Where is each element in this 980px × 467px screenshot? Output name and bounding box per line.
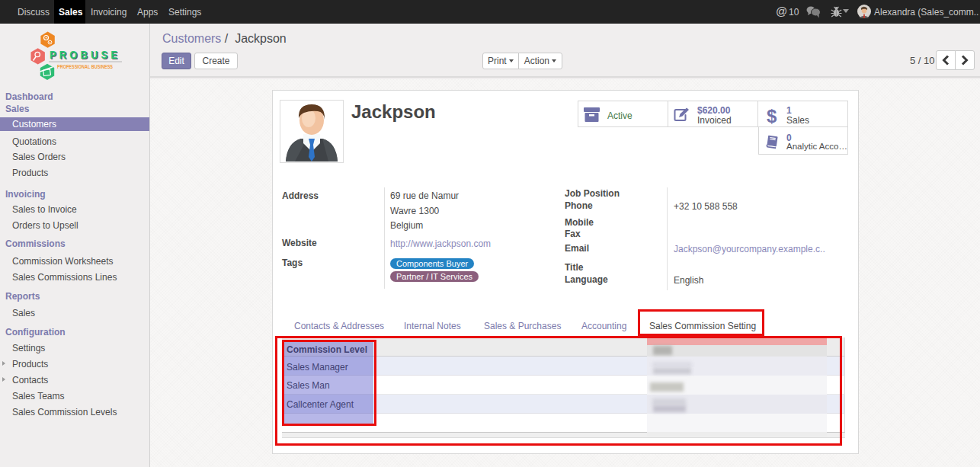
- svg-text:PROBUSE: PROBUSE: [50, 49, 120, 61]
- svg-text:PROFESSIONAL BUSINESS: PROFESSIONAL BUSINESS: [57, 64, 113, 69]
